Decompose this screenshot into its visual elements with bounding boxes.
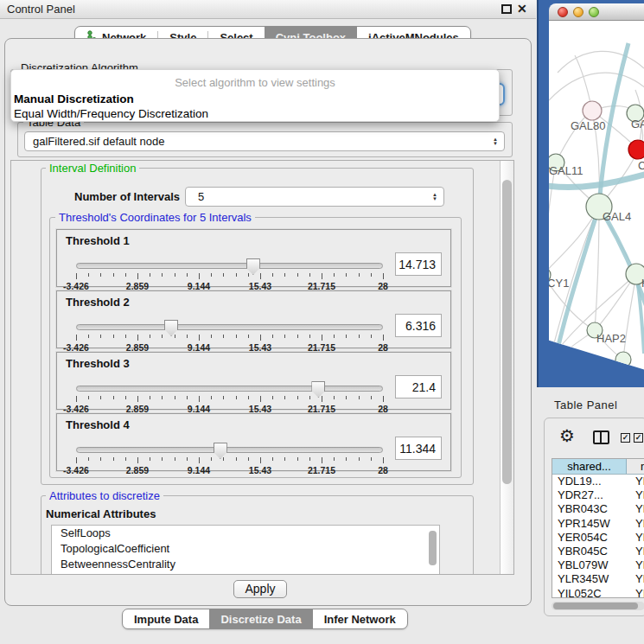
- node-label-hap2: HAP2: [596, 332, 626, 345]
- minor-tick: [236, 457, 237, 461]
- slider-track[interactable]: [76, 324, 383, 330]
- tab-label: Impute Data: [134, 613, 198, 626]
- minor-tick: [187, 457, 188, 461]
- network-node-pink[interactable]: [583, 101, 602, 120]
- table-row[interactable]: YIL052CYIL0: [552, 587, 644, 599]
- minor-tick: [88, 335, 89, 338]
- table-panel: ⚙ ✓ ✓ shared... na YDL19...YDL1YDR27...Y…: [544, 418, 644, 616]
- minor-tick: [223, 396, 224, 399]
- checkbox-icon[interactable]: ✓: [621, 433, 630, 443]
- close-icon[interactable]: ✕: [517, 2, 527, 16]
- minor-tick: [175, 273, 175, 277]
- tab-impute-data[interactable]: Impute Data: [123, 609, 209, 628]
- attribute-item-selfloops[interactable]: SelfLoops: [52, 526, 439, 541]
- table-row[interactable]: YPR145WYPR1: [552, 517, 644, 531]
- minor-tick: [248, 396, 249, 399]
- minor-tick: [223, 273, 224, 277]
- minimize-traffic-light-icon[interactable]: [573, 7, 583, 17]
- vertical-scrollbar[interactable]: [500, 161, 513, 574]
- spinner-stepper-icon: ▲▼: [432, 193, 443, 201]
- threshold-value-field[interactable]: 14.713: [395, 252, 442, 276]
- network-node-green[interactable]: [615, 352, 631, 367]
- slider-thumb[interactable]: [311, 381, 325, 398]
- list-scrollbar-thumb[interactable]: [429, 531, 437, 565]
- major-tick: [199, 457, 200, 463]
- horizontal-scrollbar[interactable]: [552, 602, 644, 610]
- major-tick: [260, 457, 261, 463]
- threshold-slider[interactable]: -3.4262.8599.14415.4321.71528: [76, 322, 383, 347]
- tab-label: Infer Network: [324, 613, 396, 626]
- column-header-shared[interactable]: shared...: [552, 459, 627, 474]
- cell-name: YDL1: [627, 475, 644, 488]
- tick-label: 15.43: [249, 465, 271, 475]
- threshold-coordinates-title: Threshold's Coordinates for 5 Intervals: [55, 211, 255, 224]
- attribute-item-betweennesscentrality[interactable]: BetweennessCentrality: [52, 557, 439, 572]
- threshold-slider[interactable]: -3.4262.8599.14415.4321.71528: [76, 261, 383, 285]
- network-node-red[interactable]: [628, 140, 644, 159]
- table-row[interactable]: YDL19...YDL1: [552, 475, 644, 488]
- threshold-slider[interactable]: -3.4262.8599.14415.4321.71528: [76, 384, 383, 408]
- table-row[interactable]: YDR27...YDR2: [552, 488, 644, 502]
- threshold-value-field[interactable]: 11.344: [395, 437, 442, 460]
- popup-item-equal-width-frequency-discretization[interactable]: Equal Width/Frequency Discretization: [11, 106, 499, 121]
- minor-tick: [346, 335, 347, 338]
- cell-shared-name: YDR27...: [552, 488, 627, 502]
- major-tick: [76, 335, 77, 341]
- table-row[interactable]: YLR345WYLR3: [552, 572, 644, 586]
- minor-tick: [113, 396, 114, 399]
- minor-tick: [125, 273, 126, 277]
- node-table[interactable]: shared... na YDL19...YDL1YDR27...YDR2YBR…: [552, 458, 644, 598]
- slider-track[interactable]: [76, 447, 383, 453]
- table-header-row: shared... na: [552, 459, 644, 475]
- number-of-intervals-spinner[interactable]: 5 ▲▼: [185, 187, 444, 207]
- gear-icon[interactable]: ⚙: [559, 427, 575, 444]
- major-tick: [199, 396, 200, 402]
- minor-tick: [113, 273, 114, 277]
- column-header-name[interactable]: na: [627, 459, 644, 474]
- table-data-combobox[interactable]: galFiltered.sif default node ▲▼: [24, 131, 505, 151]
- tab-discretize-data[interactable]: Discretize Data: [209, 609, 312, 628]
- slider-thumb[interactable]: [164, 320, 178, 336]
- table-row[interactable]: YBR045CYBR0: [552, 545, 644, 558]
- minor-tick: [272, 335, 273, 338]
- cell-shared-name: YPR145W: [552, 517, 627, 531]
- threshold-value-field[interactable]: 21.4: [395, 375, 442, 399]
- cell-shared-name: YER054C: [552, 531, 627, 545]
- slider-track[interactable]: [76, 386, 383, 392]
- network-canvas[interactable]: GAL80GACGAL11GAL4GCY1HHAP2: [549, 21, 644, 370]
- threshold-value-field[interactable]: 6.316: [395, 314, 442, 337]
- popup-item-list: Manual DiscretizationEqual Width/Frequen…: [11, 92, 499, 121]
- attribute-item-topologicalcoefficient[interactable]: TopologicalCoefficient: [52, 541, 439, 557]
- apply-button[interactable]: Apply: [233, 580, 287, 598]
- threshold-slider[interactable]: -3.4262.8599.14415.4321.71528: [76, 445, 383, 469]
- table-row[interactable]: YER054CYER0: [552, 531, 644, 545]
- threshold-label: Threshold 4: [66, 418, 130, 431]
- major-tick: [322, 396, 322, 402]
- zoom-traffic-light-icon[interactable]: [589, 7, 599, 17]
- horizontal-scrollbar-thumb[interactable]: [553, 603, 638, 609]
- minor-tick: [100, 335, 101, 338]
- split-view-icon[interactable]: [593, 430, 609, 444]
- minor-tick: [297, 396, 298, 399]
- network-graph: GAL80GACGAL11GAL4GCY1HHAP2: [549, 21, 644, 370]
- minor-tick: [272, 396, 273, 399]
- number-of-intervals-label: Number of Intervals: [74, 190, 180, 203]
- popup-item-manual-discretization[interactable]: Manual Discretization: [11, 92, 499, 106]
- slider-thumb[interactable]: [214, 443, 227, 459]
- minor-tick: [297, 273, 298, 277]
- close-traffic-light-icon[interactable]: [558, 7, 568, 17]
- tick-label: 9.144: [188, 465, 210, 475]
- checkbox-icon[interactable]: ✓: [634, 433, 643, 443]
- slider-track[interactable]: [76, 263, 383, 269]
- minor-tick: [371, 396, 372, 399]
- algorithm-dropdown-popup: Select algorithm to view settings Manual…: [10, 69, 500, 122]
- numerical-attributes-list[interactable]: SelfLoopsTopologicalCoefficientBetweenne…: [51, 525, 440, 575]
- tab-infer-network[interactable]: Infer Network: [313, 609, 407, 628]
- minor-tick: [162, 457, 163, 461]
- table-row[interactable]: YBL079WYBL0: [552, 558, 644, 572]
- float-window-icon[interactable]: [501, 4, 512, 14]
- minor-tick: [248, 335, 249, 338]
- table-row[interactable]: YBR043CYBR0: [552, 502, 644, 516]
- vertical-scrollbar-thumb[interactable]: [502, 180, 512, 484]
- tab-label: Discretize Data: [220, 613, 301, 626]
